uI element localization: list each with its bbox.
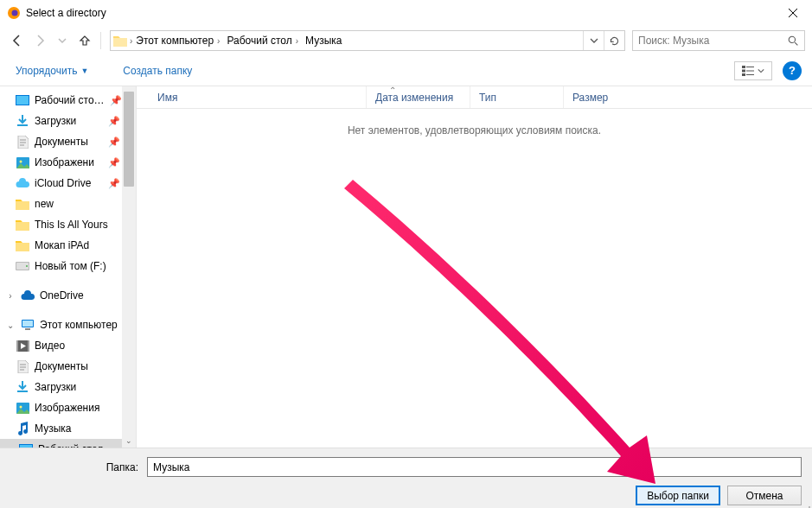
column-date[interactable]: Дата изменения xyxy=(367,86,470,108)
sidebar-item[interactable]: Рабочий сто…📌 xyxy=(0,90,136,111)
sidebar-item-label: Рабочий сто… xyxy=(35,94,105,106)
sidebar-item[interactable]: Новый том (F:) xyxy=(0,256,136,276)
onedrive-icon xyxy=(21,289,35,302)
column-name[interactable]: Имя xyxy=(149,86,367,108)
svg-point-3 xyxy=(789,36,795,42)
sidebar-item[interactable]: Загрузки xyxy=(0,377,136,397)
organize-button[interactable]: Упорядочить ▼ xyxy=(10,61,93,80)
sidebar-item[interactable]: new xyxy=(0,194,136,214)
svg-rect-25 xyxy=(28,340,29,352)
cancel-button[interactable]: Отмена xyxy=(727,486,802,505)
recent-dropdown-icon[interactable] xyxy=(52,30,73,51)
chevron-right-icon[interactable]: › xyxy=(296,36,298,46)
breadcrumb-label: Этот компьютер xyxy=(136,35,214,47)
help-button[interactable]: ? xyxy=(783,61,802,80)
new-folder-button[interactable]: Создать папку xyxy=(118,61,197,80)
sidebar-item[interactable]: ›Рабочий стол xyxy=(0,439,136,448)
file-area: ⌃ Имя Дата изменения Тип Размер Нет элем… xyxy=(137,86,812,448)
sidebar-item[interactable]: ⌄Этот компьютер xyxy=(0,314,136,335)
sidebar-item-label: Документы xyxy=(35,360,88,372)
breadcrumb-item[interactable]: Музыка xyxy=(302,31,345,50)
sidebar-item-label: Загрузки xyxy=(35,381,76,393)
view-options-button[interactable] xyxy=(734,61,772,80)
chevron-down-icon: ▼ xyxy=(80,67,88,75)
sidebar-item[interactable]: Загрузки📌 xyxy=(0,111,136,131)
svg-point-27 xyxy=(19,405,22,408)
column-type[interactable]: Тип xyxy=(470,86,564,108)
address-breadcrumb[interactable]: › Этот компьютер› Рабочий стол› Музыка xyxy=(110,30,625,51)
breadcrumb-label: Музыка xyxy=(305,35,342,47)
sidebar-item[interactable]: This Is All Yours xyxy=(0,214,136,235)
up-button[interactable] xyxy=(74,30,95,51)
pin-icon: 📌 xyxy=(110,95,122,106)
sidebar-item[interactable]: Музыка xyxy=(0,418,136,439)
folder-icon xyxy=(16,238,29,252)
nav-sidebar: ⌄ Рабочий сто…📌Загрузки📌Документы📌Изобра… xyxy=(0,86,137,448)
chevron-right-icon[interactable]: › xyxy=(217,36,220,46)
sidebar-item-label: Этот компьютер xyxy=(40,319,118,331)
window-title: Select a directory xyxy=(26,7,773,19)
sidebar-item[interactable]: Изображения xyxy=(0,397,136,418)
sidebar-item[interactable]: Изображени📌 xyxy=(0,152,136,173)
svg-rect-14 xyxy=(16,201,29,210)
breadcrumb-dropdown-icon[interactable] xyxy=(583,31,604,50)
sidebar-item-label: Изображения xyxy=(35,402,99,414)
scroll-down-icon[interactable]: ⌄ xyxy=(122,434,136,448)
svg-rect-5 xyxy=(742,69,745,72)
refresh-button[interactable] xyxy=(604,31,624,50)
expand-icon[interactable]: ⌄ xyxy=(5,321,16,330)
toolbar: Упорядочить ▼ Создать папку ? xyxy=(0,55,812,86)
svg-rect-22 xyxy=(25,328,30,330)
svg-rect-7 xyxy=(746,67,754,67)
drive-icon xyxy=(16,259,29,273)
sidebar-item-label: new xyxy=(35,198,54,210)
pin-icon: 📌 xyxy=(108,116,120,127)
folder-field-label: Папка: xyxy=(10,461,140,473)
empty-message: Нет элементов, удовлетворяющих условиям … xyxy=(137,109,812,137)
documents-icon xyxy=(16,135,29,149)
forward-button[interactable] xyxy=(29,30,50,51)
search-icon xyxy=(788,35,799,47)
sidebar-item-label: Музыка xyxy=(35,422,71,435)
search-input[interactable]: Поиск: Музыка xyxy=(632,30,805,51)
icloud-icon xyxy=(16,176,29,190)
sidebar-item[interactable]: ›OneDrive xyxy=(0,285,136,306)
folder-icon xyxy=(111,31,130,50)
downloads-icon xyxy=(16,114,29,128)
firefox-icon xyxy=(7,6,21,20)
title-bar: Select a directory xyxy=(0,0,812,26)
svg-rect-4 xyxy=(742,66,745,68)
organize-label: Упорядочить xyxy=(16,65,77,77)
sidebar-item[interactable]: iCloud Drive📌 xyxy=(0,173,136,194)
back-button[interactable] xyxy=(7,30,28,51)
pin-icon: 📌 xyxy=(108,137,120,148)
sidebar-item[interactable]: Видео xyxy=(0,335,136,356)
sidebar-item-label: iCloud Drive xyxy=(35,177,91,189)
svg-point-13 xyxy=(19,160,22,162)
sidebar-item[interactable]: Документы xyxy=(0,356,136,377)
folder-name-input[interactable] xyxy=(147,457,802,477)
column-label: Тип xyxy=(479,92,496,104)
sidebar-item[interactable]: Документы📌 xyxy=(0,131,136,152)
nav-separator xyxy=(100,32,101,49)
sidebar-item-label: This Is All Yours xyxy=(35,219,108,231)
column-label: Размер xyxy=(572,92,608,104)
close-button[interactable] xyxy=(773,0,812,26)
breadcrumb-item[interactable]: Этот компьютер› xyxy=(132,31,223,50)
sidebar-scrollbar[interactable]: ⌄ xyxy=(122,86,136,448)
scrollbar-thumb[interactable] xyxy=(124,92,134,187)
sidebar-item-label: Новый том (F:) xyxy=(35,260,106,272)
svg-rect-24 xyxy=(16,340,18,352)
select-folder-button[interactable]: Выбор папки xyxy=(636,486,720,505)
expand-icon[interactable]: › xyxy=(5,291,16,301)
pictures-icon xyxy=(16,156,29,169)
column-size[interactable]: Размер xyxy=(564,86,638,108)
desktop-icon xyxy=(16,93,29,107)
column-label: Имя xyxy=(157,92,177,104)
svg-rect-15 xyxy=(16,222,29,231)
breadcrumb-item[interactable]: Рабочий стол› xyxy=(223,31,302,50)
sidebar-item[interactable]: Мокап iPAd xyxy=(0,235,136,256)
sidebar-item-label: OneDrive xyxy=(40,289,84,302)
videos-icon xyxy=(16,339,29,352)
pc-icon xyxy=(21,318,35,332)
